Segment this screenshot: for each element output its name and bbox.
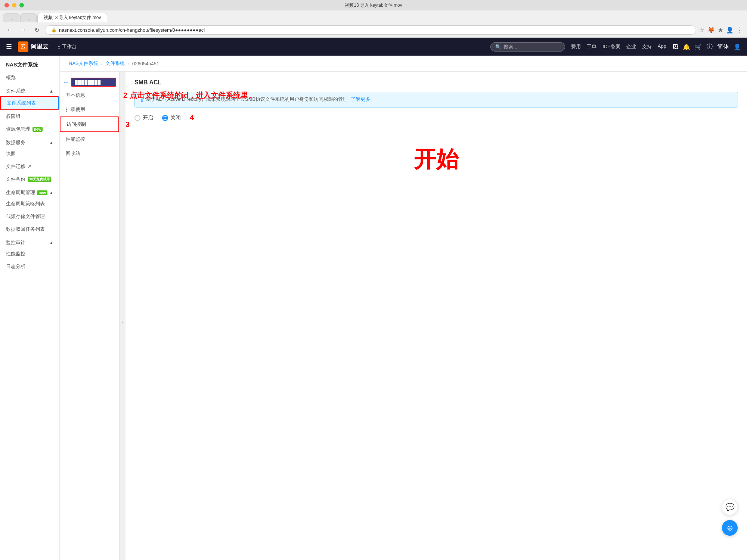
fs-nav-basic-info[interactable]: 基本信息 <box>60 88 119 102</box>
radio-on-circle <box>134 115 140 121</box>
new-badge-2: new <box>37 190 47 195</box>
bell-icon[interactable]: 🔔 <box>683 43 690 50</box>
workbench-label: 工作台 <box>62 43 77 50</box>
fullscreen-button[interactable] <box>19 3 24 7</box>
header-menu-fees[interactable]: 费用 <box>571 43 581 50</box>
fs-back-section: ← ████████ <box>60 75 119 88</box>
more-icon[interactable]: ⋮ <box>737 27 743 34</box>
learn-more-link[interactable]: 了解更多 <box>351 96 370 103</box>
sidebar-item-perf-monitor[interactable]: 性能监控 <box>0 248 59 260</box>
logo-text: 阿里云 <box>31 43 49 51</box>
main-layout: NAS文件系统 概览 文件系统 ▲ 文件系统列表 1 权限组 资源包管理 new… <box>0 56 747 560</box>
sidebar-item-resource-pkg[interactable]: 资源包管理 new <box>0 123 59 136</box>
header-menu-support[interactable]: 支持 <box>642 43 652 50</box>
floating-help-button[interactable]: ⊕ <box>722 520 738 536</box>
radio-off[interactable]: 关闭 <box>162 115 181 121</box>
smb-content: SMB ACL ℹ 基于AD（Active Directory）域来实现对阿里云… <box>125 72 747 560</box>
sidebar-item-file-backup[interactable]: 文件备份 30天免费试用 <box>0 173 59 186</box>
search-input[interactable] <box>503 44 556 50</box>
floating-chat-button[interactable]: 💬 <box>722 499 738 515</box>
radio-off-circle <box>162 115 168 121</box>
extension-icon[interactable]: 🦊 <box>707 27 715 34</box>
sidebar-item-acl-group[interactable]: 权限组 <box>0 110 59 123</box>
header-menu-ticket[interactable]: 工单 <box>587 43 596 50</box>
avatar-icon[interactable]: 👤 <box>734 43 741 50</box>
smb-acl-title: SMB ACL <box>134 79 738 86</box>
browser-tab-1[interactable]: ... <box>3 13 19 22</box>
lifecycle-list-label: 生命周期策略列表 <box>6 200 45 207</box>
sidebar-section-monitor[interactable]: 监控审计 ▲ <box>0 236 59 248</box>
cart-icon[interactable]: 🛒 <box>695 43 702 50</box>
image-icon[interactable]: 🖼 <box>672 43 678 50</box>
file-backup-label: 文件备份 <box>6 176 25 183</box>
browser-tab-2[interactable]: ... <box>20 13 37 22</box>
sidebar-item-log-analysis[interactable]: 日志分析 <box>0 260 59 273</box>
fs-nav-access-control[interactable]: 访问控制 3 <box>60 116 119 132</box>
breadcrumb-id: 026054b451 <box>132 61 159 66</box>
breadcrumb-nas[interactable]: NAS文件系统 <box>69 60 98 67</box>
step2-annotation: 2 点击文件系统的id，进入文件系统里。 <box>123 90 255 100</box>
perf-monitor-label: 性能监控 <box>6 251 25 257</box>
search-icon: 🔍 <box>495 44 501 50</box>
filesystem-section-label: 文件系统 <box>6 88 25 94</box>
aliyun-logo: 云 阿里云 <box>18 41 49 52</box>
chevron-up-icon-2: ▲ <box>49 140 53 145</box>
fs-nav-mount[interactable]: 挂载使用 <box>60 102 119 116</box>
home-icon: ⌂ <box>58 44 61 50</box>
lang-label[interactable]: 简体 <box>717 43 729 51</box>
sidebar-section-lifecycle[interactable]: 生命周期管理 new ▲ <box>0 186 59 197</box>
step3-label: 3 <box>125 120 130 129</box>
sidebar-collapse-handle[interactable]: ‹ <box>120 72 125 560</box>
fs-nav-recycle[interactable]: 回收站 <box>60 146 119 161</box>
lifecycle-section-label: 生命周期管理 <box>6 189 35 196</box>
fs-left-nav: ← ████████ 2 点击文件系统的id，进入文件系统里。 基本信息 挂载使… <box>60 72 120 560</box>
header-menu-app[interactable]: App <box>658 43 666 50</box>
browser-nav: ← → ↻ 🔒 nasnext.console.aliyun.com/cn-ha… <box>0 22 747 37</box>
header-menu-icp[interactable]: ICP备案 <box>602 43 620 50</box>
file-migration-label: 文件迁移 <box>6 163 25 170</box>
account-icon[interactable]: 👤 <box>726 27 734 34</box>
sidebar-item-data-retrieve[interactable]: 数据取回任务列表 <box>0 223 59 236</box>
radio-on[interactable]: 开启 <box>134 115 153 121</box>
back-button[interactable]: ← <box>4 25 15 35</box>
header-icons: 🖼 🔔 🛒 ⓘ 简体 👤 <box>672 43 741 51</box>
forward-button[interactable]: → <box>18 25 28 35</box>
hamburger-menu-icon[interactable]: ☰ <box>6 43 12 51</box>
start-text: 开始 <box>134 144 738 175</box>
refresh-button[interactable]: ↻ <box>31 25 42 35</box>
header-search[interactable]: 🔍 <box>490 42 565 52</box>
address-text: nasnext.console.aliyun.com/cn-hangzhou/f… <box>59 27 205 33</box>
header-menu-items: 费用 工单 ICP备案 企业 支持 App <box>571 43 666 50</box>
mac-titlebar: 视频13 导入 keytab文件.mov <box>0 0 747 10</box>
star-icon[interactable]: ★ <box>718 27 723 34</box>
resource-pkg-label: 资源包管理 <box>6 126 30 133</box>
sidebar-item-filesystem-list[interactable]: 文件系统列表 1 <box>0 96 59 110</box>
header-menu-enterprise[interactable]: 企业 <box>626 43 636 50</box>
sidebar-item-file-migration[interactable]: 文件迁移 ↗ <box>0 160 59 173</box>
minimize-button[interactable] <box>12 3 16 7</box>
breadcrumb-filesystem[interactable]: 文件系统 <box>105 60 125 67</box>
fs-nav-perf-monitor[interactable]: 性能监控 <box>60 132 119 146</box>
sidebar-item-snapshot[interactable]: 快照 <box>0 147 59 160</box>
chevron-up-icon-4: ▲ <box>49 240 53 245</box>
sidebar-item-cold-storage[interactable]: 低频存储文件管理 <box>0 210 59 223</box>
bookmark-icon[interactable]: ☆ <box>699 27 704 34</box>
browser-tabs: ... ... 视频13 导入 keytab文件.mov <box>0 10 747 22</box>
help-icon[interactable]: ⓘ <box>707 43 713 51</box>
sidebar-item-overview[interactable]: 概览 <box>0 71 59 84</box>
back-arrow-icon[interactable]: ← <box>63 78 69 86</box>
address-bar[interactable]: 🔒 nasnext.console.aliyun.com/cn-hangzhou… <box>45 25 696 35</box>
fs-id-box[interactable]: ████████ <box>71 78 116 87</box>
step4-label: 4 <box>190 113 194 122</box>
sidebar-section-filesystem[interactable]: 文件系统 ▲ <box>0 84 59 96</box>
sidebar-item-lifecycle-list[interactable]: 生命周期策略列表 <box>0 197 59 210</box>
breadcrumb-sep-1: / <box>101 61 103 66</box>
cold-storage-label: 低频存储文件管理 <box>6 213 45 220</box>
workbench-button[interactable]: ⌂ 工作台 <box>55 42 80 52</box>
breadcrumb-sep-2: / <box>128 61 129 66</box>
sidebar-section-data[interactable]: 数据服务 ▲ <box>0 136 59 147</box>
chat-icon: 💬 <box>725 503 735 511</box>
browser-tab-active[interactable]: 视频13 导入 keytab文件.mov <box>37 13 107 22</box>
breadcrumb: NAS文件系统 / 文件系统 / 026054b451 <box>60 56 747 72</box>
close-button[interactable] <box>4 3 9 7</box>
